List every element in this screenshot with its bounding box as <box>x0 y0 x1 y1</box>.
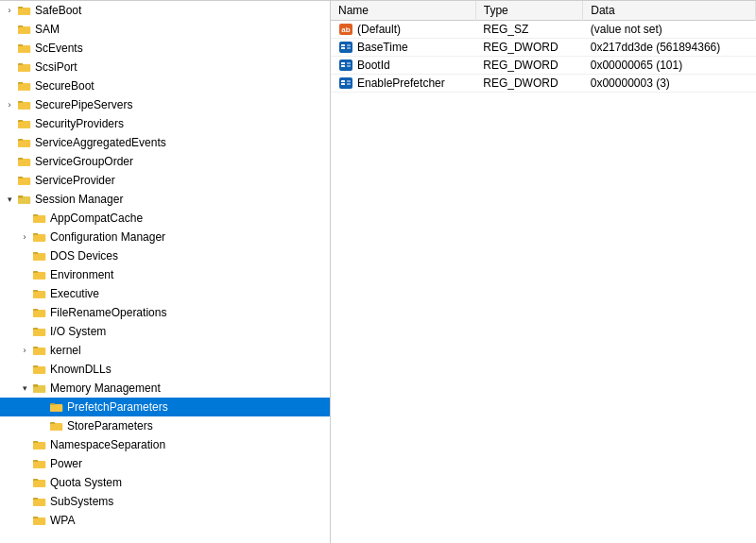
svg-rect-47 <box>33 292 45 298</box>
tree-item-executive[interactable]: Executive <box>0 284 330 303</box>
tree-item-storeparams[interactable]: StoreParameters <box>0 416 330 435</box>
value-name: EnablePrefetcher <box>331 75 475 93</box>
tree-item-sessionmanager[interactable]: ▾ Session Manager <box>0 190 330 209</box>
tree-item-label: I/O System <box>50 325 106 338</box>
column-header-data[interactable]: Data <box>583 1 756 21</box>
folder-icon <box>32 250 47 262</box>
tree-item-label: SafeBoot <box>35 4 81 17</box>
value-type: REG_DWORD <box>475 57 583 75</box>
tree-item-memorymgmt[interactable]: ▾ Memory Management <box>0 379 330 398</box>
svg-rect-98 <box>341 83 345 85</box>
tree-item-serviceaggregatedevents[interactable]: ServiceAggregatedEvents <box>0 133 330 152</box>
svg-rect-17 <box>18 103 30 110</box>
folder-icon <box>32 439 47 450</box>
tree-item-securityproviders[interactable]: SecurityProviders <box>0 114 330 133</box>
svg-rect-71 <box>33 443 45 450</box>
tree-item-safeboot[interactable]: › SafeBoot <box>0 1 330 20</box>
svg-rect-31 <box>18 195 23 198</box>
svg-rect-99 <box>347 80 351 82</box>
svg-rect-94 <box>347 62 351 64</box>
tree-item-prefetchparams[interactable]: PrefetchParameters <box>0 398 330 416</box>
svg-rect-100 <box>347 83 351 85</box>
svg-rect-83 <box>33 518 45 525</box>
tree-item-secureboot[interactable]: SecureBoot <box>0 76 330 95</box>
registry-value-icon <box>338 41 353 54</box>
tree-item-label: Configuration Manager <box>50 230 165 244</box>
tree-item-label: Executive <box>50 287 99 300</box>
column-header-name[interactable]: Name <box>331 1 475 21</box>
folder-icon <box>17 5 32 16</box>
folder-icon <box>32 212 47 224</box>
expand-icon[interactable]: ▾ <box>2 195 17 204</box>
svg-rect-93 <box>341 65 345 67</box>
svg-rect-23 <box>18 141 30 147</box>
svg-rect-41 <box>33 254 45 261</box>
tree-item-scevents[interactable]: ScEvents <box>0 39 330 58</box>
tree-item-label: SecureBoot <box>35 79 94 93</box>
folder-icon <box>32 382 47 394</box>
expand-icon[interactable]: › <box>2 6 17 15</box>
tree-item-label: NamespaceSeparation <box>50 438 165 451</box>
tree-item-label: Environment <box>50 268 113 281</box>
tree-item-filerenameops[interactable]: FileRenameOperations <box>0 303 330 322</box>
folder-icon <box>17 175 32 186</box>
svg-rect-44 <box>33 273 45 280</box>
column-header-type[interactable]: Type <box>475 1 583 21</box>
folder-icon <box>32 364 47 375</box>
tree-item-iosystem[interactable]: I/O System <box>0 322 330 341</box>
registry-tree[interactable]: › SafeBoot SAM ScEvents ScsiPort SecureB… <box>0 1 331 543</box>
svg-rect-32 <box>18 198 30 204</box>
svg-rect-35 <box>33 216 45 223</box>
tree-item-subsystems[interactable]: SubSystems <box>0 492 330 511</box>
svg-rect-29 <box>18 178 30 185</box>
folder-icon <box>49 401 64 413</box>
tree-item-environment[interactable]: Environment <box>0 265 330 284</box>
table-row[interactable]: ab (Default)REG_SZ(value not set) <box>331 21 756 39</box>
tree-item-namespacesep[interactable]: NamespaceSeparation <box>0 435 330 454</box>
svg-rect-92 <box>341 62 345 64</box>
tree-item-label: Quota System <box>50 476 122 489</box>
table-row[interactable]: BaseTimeREG_DWORD0x217dd3de (561894366) <box>331 39 756 57</box>
tree-item-label: ServiceProvider <box>35 174 115 187</box>
expand-icon[interactable]: ▾ <box>17 383 32 393</box>
tree-item-configmanager[interactable]: › Configuration Manager <box>0 228 330 246</box>
value-name: ab (Default) <box>331 21 475 39</box>
svg-rect-80 <box>33 500 45 506</box>
tree-item-servicegrouporder[interactable]: ServiceGroupOrder <box>0 152 330 171</box>
tree-item-serviceprovider[interactable]: ServiceProvider <box>0 171 330 190</box>
tree-item-label: SecurePipeServers <box>35 98 132 111</box>
expand-icon[interactable]: › <box>17 346 32 355</box>
tree-item-appcompatcache[interactable]: AppCompatCache <box>0 209 330 228</box>
svg-text:ab: ab <box>341 25 350 34</box>
tree-item-label: KnownDLLs <box>50 363 112 376</box>
svg-rect-65 <box>50 405 62 412</box>
tree-item-label: ServiceGroupOrder <box>35 155 133 168</box>
tree-item-label: Memory Management <box>50 382 161 395</box>
tree-item-label: Session Manager <box>35 193 123 206</box>
svg-rect-77 <box>33 481 45 487</box>
tree-item-label: ScsiPort <box>35 60 77 74</box>
svg-rect-74 <box>33 462 45 468</box>
tree-item-wpa[interactable]: WPA <box>0 511 330 530</box>
folder-icon <box>17 194 32 205</box>
expand-icon[interactable]: › <box>2 100 17 110</box>
tree-item-quotasystem[interactable]: Quota System <box>0 473 330 492</box>
table-row[interactable]: BootIdREG_DWORD0x00000065 (101) <box>331 57 756 75</box>
tree-item-sam[interactable]: SAM <box>0 20 330 39</box>
folder-icon <box>32 307 47 318</box>
tree-item-label: WPA <box>50 514 75 527</box>
svg-rect-2 <box>18 8 30 15</box>
svg-rect-62 <box>33 387 45 393</box>
tree-item-power[interactable]: Power <box>0 454 330 473</box>
table-row[interactable]: EnablePrefetcherREG_DWORD0x00000003 (3) <box>331 75 756 93</box>
tree-item-knowndlls[interactable]: KnownDLLs <box>0 360 330 379</box>
tree-item-kernel[interactable]: › kernel <box>0 341 330 360</box>
tree-item-securepipeservers[interactable]: › SecurePipeServers <box>0 95 330 114</box>
svg-rect-20 <box>18 122 30 128</box>
tree-item-dosdevices[interactable]: DOS Devices <box>0 246 330 265</box>
svg-rect-88 <box>341 47 345 49</box>
svg-rect-14 <box>18 84 30 91</box>
tree-item-label: StoreParameters <box>67 419 153 433</box>
tree-item-scsiport[interactable]: ScsiPort <box>0 58 330 76</box>
expand-icon[interactable]: › <box>17 232 32 242</box>
